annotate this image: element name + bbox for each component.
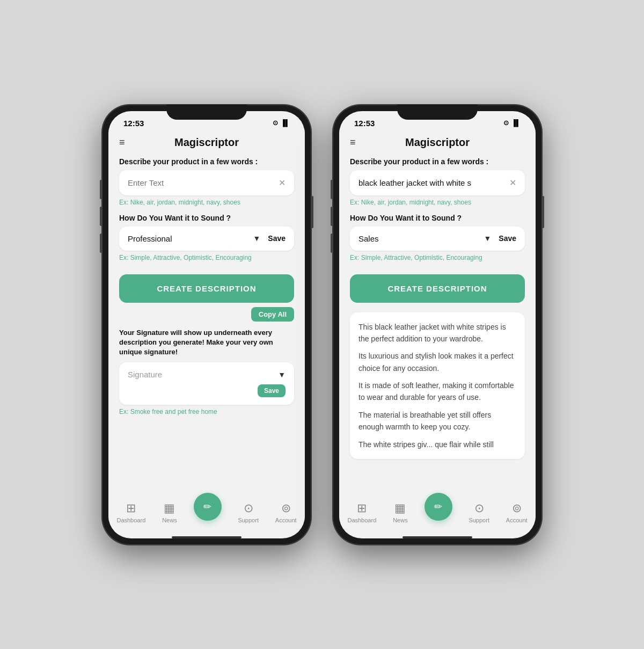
fab-icon-1: ✏ bbox=[203, 501, 211, 513]
home-indicator-1 bbox=[172, 536, 241, 538]
product-hint-1: Ex: Nike, air, jordan, midnight, navy, s… bbox=[119, 199, 294, 206]
app-header-1: ≡ Magiscriptor bbox=[108, 130, 305, 153]
product-label-2: Describe your product in a few words : bbox=[350, 157, 525, 166]
account-label-2: Account bbox=[506, 517, 528, 523]
nav-dashboard-2[interactable]: ⊞ Dashboard bbox=[347, 501, 376, 523]
status-icons-1: ⊙ ▐▌ bbox=[273, 119, 290, 127]
fab-icon-2: ✏ bbox=[434, 501, 442, 513]
news-icon-2: ▦ bbox=[394, 501, 406, 515]
nav-dashboard-1[interactable]: ⊞ Dashboard bbox=[116, 501, 145, 523]
dropdown-arrow-2: ▼ bbox=[484, 234, 491, 243]
result-box-2: This black leather jacket with white str… bbox=[350, 312, 525, 460]
nav-account-1[interactable]: ⊚ Account bbox=[275, 501, 297, 523]
wifi-icon-1: ⊙ bbox=[273, 119, 278, 127]
hamburger-icon-1[interactable]: ≡ bbox=[119, 137, 125, 148]
copy-all-btn-1[interactable]: Copy All bbox=[251, 307, 294, 322]
result-para-4: The white stripes giv... que flair while… bbox=[358, 439, 516, 450]
phone-2: 12:53 ⊙ ▐▌ ≡ Magiscriptor Describe your … bbox=[333, 105, 542, 545]
signature-box-1: Signature ▼ Save bbox=[119, 362, 294, 405]
product-input-box-2: ✕ bbox=[350, 170, 525, 195]
sound-dropdown-2[interactable]: Sales ▼ Save bbox=[350, 227, 525, 251]
dashboard-label-1: Dashboard bbox=[116, 517, 145, 523]
support-label-1: Support bbox=[238, 517, 259, 523]
account-label-1: Account bbox=[275, 517, 297, 523]
app-title-2: Magiscriptor bbox=[405, 136, 470, 149]
nav-news-1[interactable]: ▦ News bbox=[162, 501, 177, 523]
wifi-icon-2: ⊙ bbox=[503, 119, 509, 127]
dashboard-icon-2: ⊞ bbox=[357, 501, 367, 515]
app-title-1: Magiscriptor bbox=[174, 136, 239, 149]
product-input-1[interactable] bbox=[128, 178, 279, 187]
phone-1: 12:53 ⊙ ▐▌ ≡ Magiscriptor Describe your … bbox=[102, 105, 311, 545]
copy-all-row-1: Copy All bbox=[119, 307, 294, 322]
bottom-nav-1: ⊞ Dashboard ▦ News ✏ ⊙ Support ⊚ bbox=[108, 497, 305, 534]
nav-fab-2[interactable]: ✏ bbox=[425, 493, 452, 521]
result-para-3: The material is breathable yet still off… bbox=[358, 409, 516, 433]
product-input-box-1: ✕ bbox=[119, 170, 294, 195]
support-icon-1: ⊙ bbox=[244, 501, 253, 515]
sound-value-2: Sales bbox=[358, 234, 379, 243]
nav-fab-1[interactable]: ✏ bbox=[194, 493, 222, 521]
product-input-2[interactable] bbox=[358, 178, 509, 187]
news-label-1: News bbox=[162, 517, 177, 523]
battery-icon-2: ▐▌ bbox=[511, 119, 521, 127]
sound-save-btn-1[interactable]: Save bbox=[268, 234, 286, 243]
bottom-nav-2: ⊞ Dashboard ▦ News ✏ ⊙ Support ⊚ bbox=[339, 497, 536, 534]
sound-label-1: How Do You Want it to Sound ? bbox=[119, 214, 294, 222]
dropdown-arrow-1: ▼ bbox=[253, 234, 260, 243]
dashboard-icon-1: ⊞ bbox=[126, 501, 136, 515]
sound-hint-1: Ex: Simple, Attractive, Optimistic, Enco… bbox=[119, 254, 294, 261]
status-icons-2: ⊙ ▐▌ bbox=[503, 119, 521, 127]
scroll-area-1: Describe your product in a few words : ✕… bbox=[108, 153, 305, 497]
nav-center-2[interactable]: ✏ bbox=[425, 504, 452, 521]
support-icon-2: ⊙ bbox=[474, 501, 484, 515]
nav-support-1[interactable]: ⊙ Support bbox=[238, 501, 259, 523]
sig-dropdown-arrow-1[interactable]: ▼ bbox=[278, 370, 286, 379]
battery-icon-1: ▐▌ bbox=[281, 119, 290, 127]
clear-icon-1[interactable]: ✕ bbox=[279, 178, 286, 188]
dropdown-right-1: ▼ Save bbox=[253, 234, 286, 243]
sound-hint-2: Ex: Simple, Attractive, Optimistic, Enco… bbox=[350, 254, 525, 261]
result-para-1: Its luxurious and stylish look makes it … bbox=[358, 350, 516, 374]
create-btn-2[interactable]: CREATE DESCRIPTION bbox=[350, 274, 525, 303]
result-para-0: This black leather jacket with white str… bbox=[358, 321, 516, 345]
nav-account-2[interactable]: ⊚ Account bbox=[506, 501, 528, 523]
dashboard-label-2: Dashboard bbox=[347, 517, 376, 523]
page-container: 12:53 ⊙ ▐▌ ≡ Magiscriptor Describe your … bbox=[102, 105, 542, 545]
clear-icon-2[interactable]: ✕ bbox=[509, 178, 516, 188]
news-label-2: News bbox=[393, 517, 408, 523]
notch-2 bbox=[397, 105, 478, 120]
create-btn-1[interactable]: CREATE DESCRIPTION bbox=[119, 274, 294, 303]
nav-center-1[interactable]: ✏ bbox=[194, 504, 222, 521]
screen-1: 12:53 ⊙ ▐▌ ≡ Magiscriptor Describe your … bbox=[108, 111, 305, 538]
status-time-2: 12:53 bbox=[354, 119, 375, 128]
notch-1 bbox=[166, 105, 247, 120]
screen-2: 12:53 ⊙ ▐▌ ≡ Magiscriptor Describe your … bbox=[339, 111, 536, 538]
sound-value-1: Professional bbox=[128, 234, 172, 243]
app-header-2: ≡ Magiscriptor bbox=[339, 130, 536, 153]
nav-support-2[interactable]: ⊙ Support bbox=[469, 501, 489, 523]
home-indicator-2 bbox=[402, 536, 472, 538]
support-label-2: Support bbox=[469, 517, 489, 523]
scroll-area-2: Describe your product in a few words : ✕… bbox=[339, 153, 536, 497]
product-hint-2: Ex: Nike, air, jordan, midnight, navy, s… bbox=[350, 199, 525, 206]
signature-label-1: Your Signature will show up underneath e… bbox=[119, 328, 294, 358]
sound-dropdown-1[interactable]: Professional ▼ Save bbox=[119, 227, 294, 251]
dropdown-right-2: ▼ Save bbox=[484, 234, 516, 243]
status-time-1: 12:53 bbox=[123, 119, 144, 128]
sound-save-btn-2[interactable]: Save bbox=[499, 234, 516, 243]
sig-hint-1: Ex: Smoke free and pet free home bbox=[119, 408, 294, 415]
nav-news-2[interactable]: ▦ News bbox=[393, 501, 408, 523]
result-para-2: It is made of soft leather, making it co… bbox=[358, 380, 516, 404]
news-icon-1: ▦ bbox=[164, 501, 175, 515]
product-label-1: Describe your product in a few words : bbox=[119, 157, 294, 166]
account-icon-2: ⊚ bbox=[512, 501, 522, 515]
signature-top-1: Signature ▼ bbox=[128, 370, 286, 379]
account-icon-1: ⊚ bbox=[281, 501, 291, 515]
sig-placeholder-1: Signature bbox=[128, 370, 162, 379]
sig-save-btn-1[interactable]: Save bbox=[258, 384, 286, 397]
hamburger-icon-2[interactable]: ≡ bbox=[350, 137, 356, 148]
sound-label-2: How Do You Want it to Sound ? bbox=[350, 214, 525, 222]
